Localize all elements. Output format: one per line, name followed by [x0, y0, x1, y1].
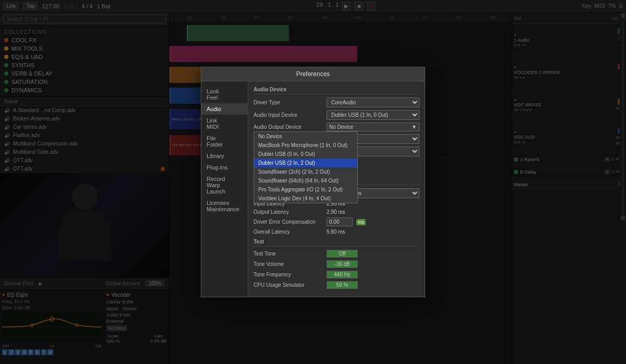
- tone-volume-bar[interactable]: -36 dB: [327, 260, 358, 268]
- tone-volume-row: Tone Volume -36 dB: [254, 260, 419, 268]
- nav-file-folder[interactable]: FileFolder: [201, 132, 248, 150]
- tone-freq-row: Tone Frequency 440 Hz: [254, 271, 419, 278]
- audio-output-dropdown: No Device MacBook Pro Microphone (1 In, …: [254, 131, 358, 203]
- driver-error-ms: ms: [356, 219, 366, 225]
- dropdown-option-dubler-0[interactable]: Dubler USB (0 In, 0 Out): [254, 150, 357, 159]
- driver-error-row: Driver Error Compensation ms: [254, 217, 419, 226]
- audio-output-current: No Device: [329, 124, 353, 130]
- overall-latency-value: 5.80 ms: [327, 229, 419, 235]
- preferences-modal: Preferences LookFeel Audio LinkMIDI File…: [201, 67, 425, 297]
- tone-volume-label: Tone Volume: [254, 261, 327, 267]
- audio-output-select[interactable]: No Device ▼: [327, 123, 419, 131]
- dropdown-option-soundflower-64[interactable]: Soundflower (64ch) (64 In, 64 Out): [254, 176, 357, 185]
- tone-freq-value: 440 Hz: [327, 271, 419, 278]
- audio-input-label: Audio Input Device: [254, 112, 327, 118]
- test-section: Test: [254, 239, 419, 247]
- nav-look-feel[interactable]: LookFeel: [201, 86, 248, 103]
- nav-plugins[interactable]: Plug-Ins: [201, 162, 248, 173]
- modal-overlay: Preferences LookFeel Audio LinkMIDI File…: [0, 0, 626, 364]
- output-latency-value: 2.90 ms: [327, 209, 419, 215]
- modal-content: Audio Device Driver Type CoreAudio Audio…: [248, 81, 425, 297]
- cpu-sim-row: CPU Usage Simulator 50 %: [254, 281, 419, 289]
- test-tone-label: Test Tone: [254, 251, 327, 257]
- audio-output-value: No Device ▼ No Device MacBook Pro Microp…: [327, 123, 419, 131]
- overall-latency-label: Overall Latency: [254, 229, 327, 235]
- nav-library[interactable]: Library: [201, 150, 248, 162]
- audio-device-section: Audio Device: [254, 87, 419, 94]
- audio-input-select[interactable]: Dubler USB (1 In, 0 Out): [327, 110, 419, 120]
- driver-type-row: Driver Type CoreAudio: [254, 98, 419, 107]
- cpu-sim-bar[interactable]: 50 %: [327, 281, 358, 289]
- audio-output-row: Audio Output Device No Device ▼ No Devic…: [254, 123, 419, 131]
- cpu-sim-value: 50 %: [327, 281, 419, 289]
- test-tone-row: Test Tone Off: [254, 250, 419, 258]
- dropdown-option-protools[interactable]: Pro Tools Aggregate I/O (2 In, 2 Out): [254, 185, 357, 194]
- nav-licenses[interactable]: LicensesMaintenance: [201, 197, 248, 215]
- driver-error-input[interactable]: [327, 217, 353, 226]
- driver-error-value: ms: [327, 217, 419, 226]
- driver-type-value: CoreAudio: [327, 98, 419, 107]
- nav-audio[interactable]: Audio: [201, 103, 248, 115]
- tone-freq-label: Tone Frequency: [254, 272, 327, 277]
- audio-input-value: Dubler USB (1 In, 0 Out): [327, 110, 419, 120]
- dropdown-option-macbook[interactable]: MacBook Pro Microphone (1 In, 0 Out): [254, 141, 357, 150]
- output-latency-row: Output Latency 2.90 ms: [254, 209, 419, 215]
- output-latency-label: Output Latency: [254, 209, 327, 215]
- dropdown-option-vocblee[interactable]: Vocblee Logic Dev (4 In, 4 Out): [254, 194, 357, 203]
- driver-type-label: Driver Type: [254, 100, 327, 105]
- dropdown-option-soundflower-2[interactable]: Soundflower (2ch) (2 In, 2 Out): [254, 167, 357, 176]
- nav-record-warp[interactable]: RecordWarpLaunch: [201, 173, 248, 197]
- modal-title: Preferences: [201, 67, 425, 81]
- modal-body: LookFeel Audio LinkMIDI FileFolder Libra…: [201, 81, 425, 297]
- test-tone-value: Off: [327, 250, 419, 258]
- overall-latency-row: Overall Latency 5.80 ms: [254, 229, 419, 235]
- tone-freq-bar[interactable]: 440 Hz: [327, 271, 358, 278]
- tone-volume-value: -36 dB: [327, 260, 419, 268]
- audio-input-row: Audio Input Device Dubler USB (1 In, 0 O…: [254, 110, 419, 120]
- dropdown-option-dubler-2[interactable]: Dubler USB (2 In, 2 Out): [254, 159, 357, 167]
- driver-type-select[interactable]: CoreAudio: [327, 98, 419, 107]
- driver-error-label: Driver Error Compensation: [254, 219, 327, 225]
- audio-output-label: Audio Output Device: [254, 124, 327, 130]
- dropdown-option-no-device[interactable]: No Device: [254, 132, 357, 141]
- cpu-sim-label: CPU Usage Simulator: [254, 282, 327, 288]
- test-tone-bar[interactable]: Off: [327, 250, 358, 258]
- modal-nav: LookFeel Audio LinkMIDI FileFolder Libra…: [201, 81, 248, 297]
- nav-link-midi[interactable]: LinkMIDI: [201, 115, 248, 132]
- dropdown-chevron: ▼: [412, 124, 417, 130]
